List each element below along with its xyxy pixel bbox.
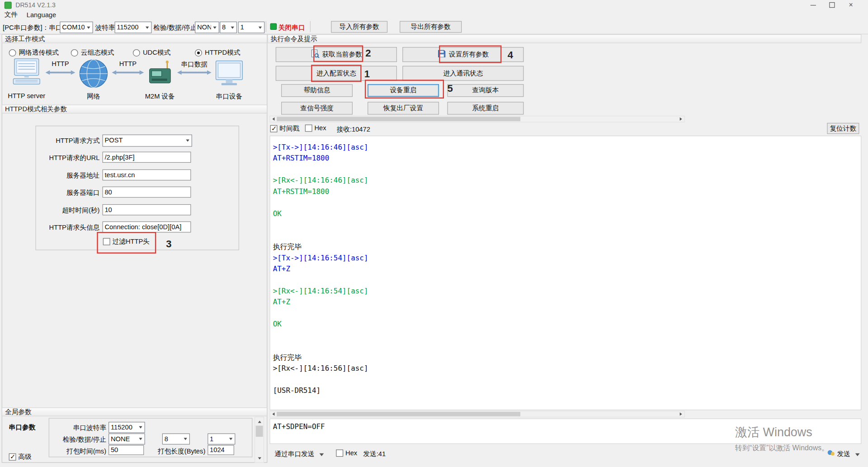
query-version-button[interactable]: 查询版本	[447, 84, 524, 97]
baud-label: 波特率	[95, 23, 115, 33]
http-header-input[interactable]	[103, 222, 191, 232]
annotation-box-5	[365, 80, 444, 99]
radio-network-transparent-mode[interactable]: 网络透传模式	[9, 48, 59, 58]
system-reboot-button[interactable]: 系统重启	[447, 102, 524, 114]
log-line: 执行完毕	[270, 241, 861, 252]
scrollbar-track[interactable]	[255, 426, 263, 454]
stopbits-value: 1	[239, 22, 256, 33]
link-label: 串口数据	[176, 60, 212, 69]
node-label-serial-device: 串口设备	[212, 92, 247, 101]
baud-select[interactable]: 115200	[114, 22, 151, 33]
recv-count: 接收:10472	[336, 125, 370, 135]
parity-select[interactable]: NONI	[195, 22, 219, 33]
scroll-left-icon[interactable]	[270, 116, 277, 122]
http-method-value: POST	[103, 135, 184, 146]
global-baud-select[interactable]: 115200	[108, 422, 145, 433]
close-port-button[interactable]: 关闭串口	[278, 23, 305, 33]
factory-reset-button[interactable]: 恢复出厂设置	[368, 102, 439, 114]
maximize-icon	[829, 2, 835, 8]
send-hex-checkbox[interactable]: Hex	[336, 449, 357, 457]
com-port-select[interactable]: COM10	[60, 22, 93, 33]
log-hscrollbar-top[interactable]	[269, 116, 684, 123]
chevron-down-icon	[229, 22, 236, 33]
scrollbar-track[interactable]	[277, 116, 678, 122]
global-parity-select[interactable]: NONE	[108, 434, 145, 444]
scroll-left-icon[interactable]	[270, 411, 277, 417]
advanced-checkbox[interactable]: 高级	[9, 452, 32, 462]
scrollbar-thumb[interactable]	[277, 412, 520, 416]
scrollbar-thumb[interactable]	[277, 117, 520, 121]
global-stopbits-select[interactable]: 1	[208, 434, 235, 444]
help-info-button[interactable]: 帮助信息	[281, 84, 353, 97]
close-button[interactable]: ×	[841, 0, 860, 10]
scroll-right-icon[interactable]	[678, 411, 684, 417]
http-url-input[interactable]	[103, 152, 191, 163]
scroll-right-icon[interactable]	[678, 116, 684, 122]
menu-file[interactable]: 文件	[0, 10, 22, 19]
signal-strength-button[interactable]: 查信号强度	[281, 102, 353, 114]
server-address-label: 服务器地址	[34, 171, 99, 180]
log-line: AT+Z	[270, 297, 861, 307]
serial-params-group-label: 串口参数	[9, 423, 36, 433]
log-line: AT+RSTIM=1800	[270, 153, 861, 164]
radio-udc-mode[interactable]: UDC模式	[133, 48, 170, 58]
http-method-select[interactable]: POST	[103, 135, 192, 147]
log-line: >[Tx->][14:16:46][asc]	[270, 142, 861, 152]
stopbits-select[interactable]: 1	[238, 22, 265, 33]
scrollbar-thumb[interactable]	[256, 426, 263, 437]
scrollbar-track[interactable]	[277, 411, 678, 417]
send-button-label: 发送	[837, 450, 850, 458]
log-output[interactable]: >[Tx->][14:16:46][asc]AT+RSTIM=1800 >[Rx…	[269, 136, 861, 410]
chevron-down-icon	[85, 22, 92, 33]
scroll-up-icon[interactable]	[255, 417, 263, 425]
radio-icon	[195, 49, 202, 57]
packlen-input[interactable]	[208, 445, 234, 455]
minimize-button[interactable]	[804, 0, 823, 10]
radio-label: 云组态模式	[81, 48, 114, 58]
log-line: 执行完毕	[270, 352, 861, 363]
http-url-label: HTTP请求的URL	[34, 153, 99, 163]
log-line: [USR-DR514]	[270, 385, 861, 396]
radio-cloud-mode[interactable]: 云组态模式	[71, 48, 114, 58]
log-line: >[Rx<-][14:16:46][asc]	[270, 175, 861, 186]
global-baud-value: 115200	[109, 422, 137, 432]
work-mode-section-header: 选择工作模式	[2, 34, 268, 43]
import-params-label: 导入所有参数	[340, 22, 379, 32]
reset-count-label: 复位计数	[830, 124, 857, 133]
advanced-label: 高级	[18, 452, 31, 462]
server-address-input[interactable]	[103, 170, 191, 180]
menu-language[interactable]: Language	[22, 11, 61, 19]
toolbar-separator	[310, 21, 311, 32]
timestamp-checkbox[interactable]: 时间戳	[270, 124, 300, 133]
chevron-down-icon	[211, 22, 219, 33]
log-line: >[Rx<-][14:16:56][asc]	[270, 363, 861, 374]
send-via-dropdown[interactable]: 通过串口发送	[274, 449, 324, 459]
log-line	[270, 274, 861, 285]
send-input-area[interactable]: AT+SDPEN=OFF	[269, 419, 861, 444]
export-params-button[interactable]: 导出所有参数	[400, 21, 462, 33]
scroll-down-icon[interactable]	[255, 454, 263, 462]
arrow-link-icon	[177, 69, 212, 78]
databits-value: 8	[220, 22, 228, 33]
global-params-scrollbar[interactable]	[255, 417, 264, 463]
radio-icon	[133, 49, 140, 57]
reset-count-button[interactable]: 复位计数	[827, 123, 859, 134]
log-hscrollbar-bottom[interactable]	[269, 411, 684, 418]
watermark-line2: 转到“设置”以激活 Windows。	[735, 443, 829, 453]
import-params-button[interactable]: 导入所有参数	[331, 21, 387, 33]
server-port-input[interactable]	[103, 187, 191, 198]
send-button[interactable]: 发送	[837, 449, 860, 459]
factory-reset-label: 恢复出厂设置	[383, 104, 423, 113]
packtime-input[interactable]	[108, 445, 144, 455]
global-databits-select[interactable]: 8	[162, 434, 190, 444]
timeout-input[interactable]	[103, 204, 191, 215]
enter-comm-state-button[interactable]: 进入通讯状态	[402, 66, 524, 81]
chevron-down-icon	[256, 22, 264, 33]
maximize-button[interactable]	[823, 0, 842, 10]
chevron-down-icon	[320, 453, 324, 456]
databits-select[interactable]: 8	[220, 22, 237, 33]
recv-hex-checkbox[interactable]: Hex	[305, 124, 326, 132]
radio-httpd-mode[interactable]: HTTPD模式	[195, 48, 240, 58]
log-line	[270, 308, 861, 319]
http-server-icon	[11, 57, 42, 88]
